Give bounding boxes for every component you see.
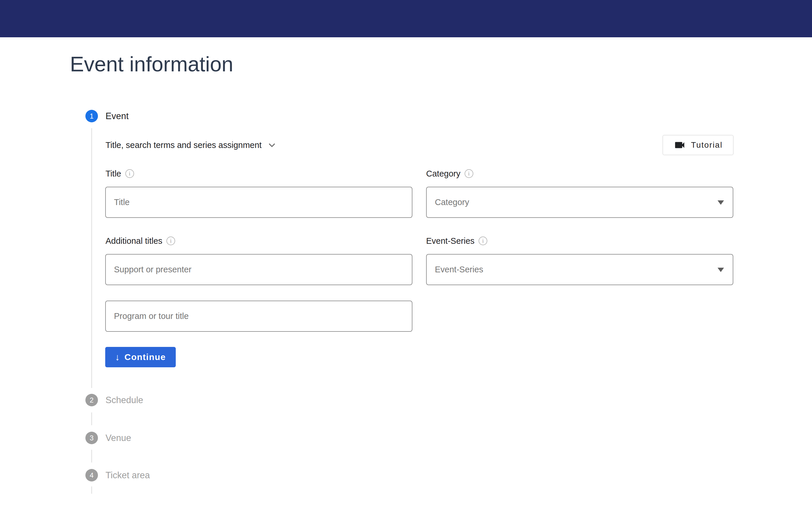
- stepper-connector-line: [91, 450, 92, 462]
- event-series-select[interactable]: Event-Series: [426, 254, 733, 285]
- videocam-icon: [673, 139, 686, 151]
- additional-titles-label: Additional titles i: [106, 235, 175, 246]
- info-icon[interactable]: i: [479, 236, 487, 245]
- step-4-label: Ticket area: [106, 469, 150, 481]
- step-4-indicator: 4: [85, 469, 98, 481]
- info-icon[interactable]: i: [465, 169, 473, 178]
- info-icon[interactable]: i: [125, 169, 134, 178]
- step-1-label: Event: [106, 110, 129, 122]
- event-series-label-text: Event-Series: [426, 236, 475, 246]
- step-1-number: 1: [90, 112, 94, 120]
- category-label-text: Category: [426, 169, 461, 179]
- step-3-label: Venue: [106, 432, 131, 444]
- event-information-page: Event information 1 Event Title, search …: [0, 0, 812, 524]
- app-header-bar: [0, 0, 812, 37]
- section-collapse-header[interactable]: Title, search terms and series assignmen…: [106, 135, 277, 155]
- stepper-connector-line: [91, 412, 92, 425]
- category-field-label: Category i: [426, 168, 473, 179]
- section-title: Title, search terms and series assignmen…: [106, 141, 262, 150]
- continue-button[interactable]: ↓ Continue: [105, 347, 176, 367]
- additional-titles-label-text: Additional titles: [106, 236, 162, 246]
- continue-button-label: Continue: [125, 352, 166, 362]
- title-input[interactable]: [105, 187, 412, 218]
- tutorial-button[interactable]: Tutorial: [663, 135, 734, 155]
- support-or-presenter-input[interactable]: [105, 254, 412, 285]
- category-select-value: Category: [435, 197, 469, 207]
- info-icon[interactable]: i: [166, 236, 175, 245]
- arrow-down-icon: ↓: [115, 353, 120, 362]
- step-2-label: Schedule: [106, 394, 143, 406]
- title-label-text: Title: [106, 169, 121, 179]
- step-1-indicator: 1: [85, 110, 98, 122]
- title-field-label: Title i: [106, 168, 134, 179]
- step-4-number: 4: [90, 471, 94, 479]
- dropdown-arrow-icon: [718, 200, 724, 205]
- chevron-down-icon: [267, 140, 277, 150]
- step-3-number: 3: [90, 434, 94, 442]
- stepper-connector-line: [91, 487, 92, 494]
- step-2-indicator: 2: [85, 394, 98, 406]
- tutorial-button-label: Tutorial: [691, 141, 722, 150]
- step-2-number: 2: [90, 396, 94, 404]
- step-3-indicator: 3: [85, 432, 98, 444]
- program-or-tour-title-input[interactable]: [105, 300, 412, 332]
- event-series-label: Event-Series i: [426, 235, 487, 246]
- dropdown-arrow-icon: [718, 268, 724, 272]
- stepper-connector-line: [91, 128, 92, 388]
- category-select[interactable]: Category: [426, 187, 733, 218]
- event-series-select-value: Event-Series: [435, 265, 483, 274]
- page-title: Event information: [70, 54, 233, 75]
